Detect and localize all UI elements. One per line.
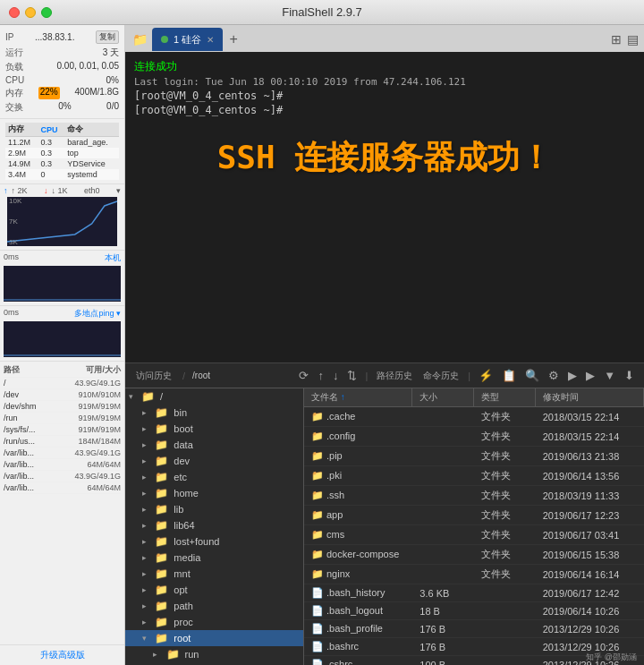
load-label: 负载: [5, 61, 23, 73]
table-row[interactable]: 📁cms 文件夹 2019/06/17 03:41: [304, 525, 644, 545]
table-row[interactable]: 📁docker-compose 文件夹 2019/06/15 15:38: [304, 545, 644, 565]
folder-icon[interactable]: 📁: [129, 29, 150, 50]
tree-item[interactable]: ▸ 📁 opt: [125, 582, 303, 598]
bottom-toolbar: 访问历史 / /root ⟳ ↑ ↓ ⇅ | 路径历史 命令历史 | ⚡ 📋 🔍…: [125, 362, 644, 388]
tree-item[interactable]: ▸ 📁 lost+found: [125, 533, 303, 550]
svg-rect-1: [4, 321, 121, 357]
tree-item[interactable]: ▸ 📁 media: [125, 550, 303, 566]
col-header-date[interactable]: 修改时间: [536, 388, 644, 406]
new-tab-button[interactable]: +: [225, 30, 242, 48]
tree-item[interactable]: ▸ 📁 boot: [125, 421, 303, 437]
upgrade-button[interactable]: 升级高级版: [0, 644, 124, 665]
tree-item[interactable]: ▾ 📁 /: [125, 388, 303, 405]
disk-rows: /43.9G/49.1G/dev910M/910M/dev/shm919M/91…: [4, 378, 121, 494]
play-icon[interactable]: ▶: [565, 368, 580, 383]
tab-grid-controls: ⊞ ▤: [609, 30, 640, 48]
ms-link[interactable]: 本机: [105, 252, 121, 264]
list-item[interactable]: /var/lib...64M/64M: [4, 482, 121, 494]
process-table: 内存 CPU 命令 11.2M0.3barad_age.2.9M0.3top14…: [5, 123, 119, 180]
search-icon[interactable]: 🔍: [522, 368, 542, 383]
tree-item[interactable]: ▸ 📁 mnt: [125, 566, 303, 582]
list-item[interactable]: 14.9M0.3YDService: [5, 158, 119, 169]
close-button[interactable]: [9, 7, 20, 18]
swap-detail: 0/0: [106, 101, 119, 114]
tree-item[interactable]: ▸ 📁 bin: [125, 405, 303, 421]
proc-col-cpu[interactable]: CPU: [38, 123, 65, 137]
list-item[interactable]: /run919M/919M: [4, 413, 121, 424]
clipboard-icon[interactable]: 📋: [499, 368, 519, 383]
download-icon[interactable]: ↓: [330, 368, 342, 383]
down-arrow-icon[interactable]: ▼: [601, 368, 618, 383]
ssh-success-text: SSH 连接服务器成功！: [134, 136, 635, 180]
copy-button[interactable]: 复制: [96, 30, 119, 44]
tree-item[interactable]: ▸ 📁 data: [125, 437, 303, 453]
tab-close-icon[interactable]: ✕: [207, 35, 214, 45]
table-row[interactable]: 📁.config 文件夹 2018/03/15 22:14: [304, 427, 644, 447]
refresh-icon[interactable]: ⟳: [296, 368, 311, 383]
col-header-name[interactable]: 文件名 ↑: [304, 388, 412, 406]
list-item[interactable]: /43.9G/49.1G: [4, 378, 121, 389]
table-row[interactable]: 📁.cache 文件夹 2018/03/15 22:14: [304, 407, 644, 427]
tree-item[interactable]: ▸ 📁 lib64: [125, 517, 303, 533]
list-item[interactable]: 11.2M0.3barad_age.: [5, 137, 119, 149]
table-row[interactable]: 📁nginx 文件夹 2019/06/14 16:14: [304, 565, 644, 584]
table-row[interactable]: 📁.ssh 文件夹 2018/03/19 11:33: [304, 486, 644, 506]
play2-icon[interactable]: ▶: [583, 368, 597, 383]
minimize-button[interactable]: [25, 7, 36, 18]
list-item[interactable]: 3.4M0systemd: [5, 169, 119, 180]
col-header-type[interactable]: 类型: [474, 388, 536, 406]
col-header-size[interactable]: 大小: [412, 388, 474, 406]
list-item[interactable]: /sys/fs/...919M/919M: [4, 424, 121, 436]
net-iface: eth0: [84, 186, 100, 195]
table-row[interactable]: 📁app 文件夹 2019/06/17 12:23: [304, 506, 644, 525]
tree-item[interactable]: ▸ 📁 path: [125, 598, 303, 614]
list-item[interactable]: /run/us...184M/184M: [4, 436, 121, 448]
transfer-icon[interactable]: ⇅: [344, 368, 360, 383]
proc-col-cmd[interactable]: 命令: [64, 123, 119, 137]
list-item[interactable]: 2.9M0.3top: [5, 148, 119, 158]
list-item[interactable]: /var/lib...43.9G/49.1G: [4, 448, 121, 459]
table-row[interactable]: 📁.pki 文件夹 2019/06/14 13:56: [304, 466, 644, 486]
grid-icon[interactable]: ⊞: [609, 30, 623, 48]
proc-col-mem[interactable]: 内存: [5, 123, 38, 137]
mem-detail: 400M/1.8G: [75, 87, 119, 99]
window-controls: [9, 7, 52, 18]
list-item[interactable]: /dev910M/910M: [4, 389, 121, 401]
list-item[interactable]: /dev/shm919M/919M: [4, 401, 121, 413]
cmd-history-button[interactable]: 命令历史: [419, 368, 462, 384]
table-row[interactable]: 📁.pip 文件夹 2019/06/13 21:38: [304, 447, 644, 466]
download2-icon[interactable]: ⬇: [622, 368, 637, 383]
maximize-button[interactable]: [41, 7, 52, 18]
tree-item[interactable]: ▸ 📁 lib: [125, 501, 303, 517]
list-item[interactable]: /var/lib...64M/64M: [4, 459, 121, 471]
layout-icon[interactable]: ▤: [625, 30, 640, 48]
watermark: 知乎 @邵勋涵: [586, 652, 637, 663]
tree-item[interactable]: ▸ 📁 proc: [125, 614, 303, 630]
terminal-line4: [root@VM_0_4_centos ~]#: [134, 104, 635, 116]
disk-header-size: 可用/大小: [86, 364, 121, 376]
terminal-line3: [root@VM_0_4_centos ~]#: [134, 90, 635, 102]
history-button[interactable]: 访问历史: [132, 368, 175, 384]
tree-item[interactable]: ▸ 📁 home: [125, 485, 303, 501]
table-row[interactable]: 📄.bash_history 3.6 KB 2019/06/17 12:42: [304, 584, 644, 602]
upload-icon[interactable]: ↑: [315, 368, 326, 383]
load-value: 0.00, 0.01, 0.05: [56, 61, 119, 73]
table-row[interactable]: 📄.bash_logout 18 B 2019/06/14 10:26: [304, 602, 644, 620]
disk-section: 路径 可用/大小 /43.9G/49.1G/dev910M/910M/dev/s…: [0, 362, 124, 644]
multi-ping-link[interactable]: 多地点ping ▾: [74, 308, 121, 320]
list-item[interactable]: /var/lib...43.9G/49.1G: [4, 471, 121, 482]
tree-item[interactable]: ▸ 📁 etc: [125, 469, 303, 485]
net-dropdown-icon[interactable]: ▾: [116, 186, 121, 195]
path-history-button[interactable]: 路径历史: [373, 368, 416, 384]
tree-item[interactable]: ▸ 📁 run: [125, 646, 303, 662]
network-chart: 10K 7K 3K: [7, 197, 117, 246]
process-section: 内存 CPU 命令 11.2M0.3barad_age.2.9M0.3top14…: [0, 119, 124, 184]
lightning-icon[interactable]: ⚡: [476, 368, 496, 383]
net-up-value: ↑ 2K: [12, 186, 28, 195]
tree-item[interactable]: ▾ 📁 root: [125, 630, 303, 646]
tree-item[interactable]: ▸ 📁 dev: [125, 453, 303, 469]
tab-silicon-valley[interactable]: 1 硅谷 ✕: [152, 28, 223, 51]
right-area: 📁 1 硅谷 ✕ + ⊞ ▤ 连接成功 Last login: Tue Jun …: [125, 25, 644, 665]
table-row[interactable]: 📄.bash_profile 176 B 2013/12/29 10:26: [304, 620, 644, 638]
settings-icon[interactable]: ⚙: [546, 368, 562, 383]
